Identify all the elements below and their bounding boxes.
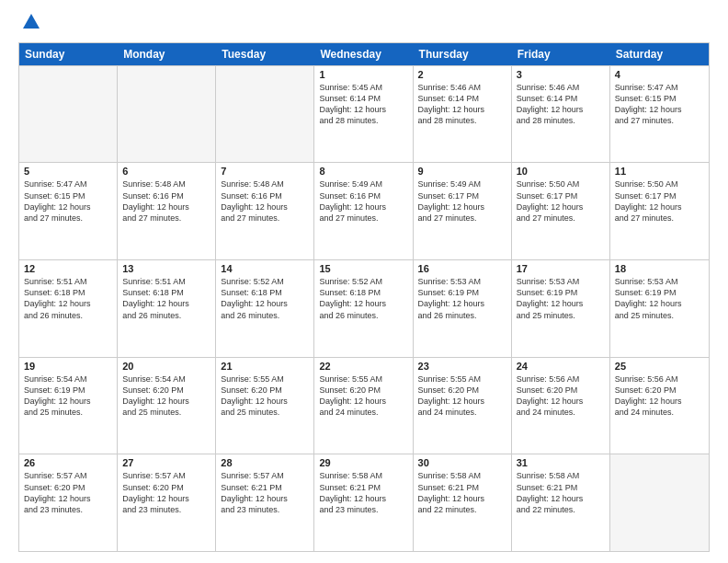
calendar-cell: 18Sunrise: 5:53 AM Sunset: 6:19 PM Dayli… <box>610 260 709 357</box>
day-info: Sunrise: 5:49 AM Sunset: 6:16 PM Dayligh… <box>319 178 407 224</box>
day-info: Sunrise: 5:47 AM Sunset: 6:15 PM Dayligh… <box>24 178 112 224</box>
day-number: 13 <box>122 263 210 274</box>
weekday-header: Friday <box>512 43 610 65</box>
weekday-header: Wednesday <box>314 43 413 65</box>
day-number: 21 <box>221 361 309 372</box>
calendar-cell: 31Sunrise: 5:58 AM Sunset: 6:21 PM Dayli… <box>512 454 610 551</box>
day-info: Sunrise: 5:46 AM Sunset: 6:14 PM Dayligh… <box>418 82 506 127</box>
day-number: 23 <box>418 361 506 372</box>
day-number: 31 <box>517 457 605 468</box>
weekday-header: Thursday <box>414 43 512 65</box>
calendar-cell: 9Sunrise: 5:49 AM Sunset: 6:17 PM Daylig… <box>414 163 512 259</box>
page: SundayMondayTuesdayWednesdayThursdayFrid… <box>0 0 728 563</box>
day-number: 3 <box>517 69 605 80</box>
day-info: Sunrise: 5:51 AM Sunset: 6:18 PM Dayligh… <box>24 276 112 321</box>
day-info: Sunrise: 5:48 AM Sunset: 6:16 PM Dayligh… <box>221 178 309 224</box>
calendar-row: 12Sunrise: 5:51 AM Sunset: 6:18 PM Dayli… <box>19 259 709 357</box>
calendar-cell: 6Sunrise: 5:48 AM Sunset: 6:16 PM Daylig… <box>118 163 216 259</box>
day-info: Sunrise: 5:55 AM Sunset: 6:20 PM Dayligh… <box>319 373 407 419</box>
calendar-cell: 15Sunrise: 5:52 AM Sunset: 6:18 PM Dayli… <box>314 260 413 357</box>
day-info: Sunrise: 5:57 AM Sunset: 6:20 PM Dayligh… <box>122 470 210 515</box>
calendar-cell: 23Sunrise: 5:55 AM Sunset: 6:20 PM Dayli… <box>414 358 512 454</box>
day-number: 20 <box>122 361 210 372</box>
day-number: 6 <box>122 166 210 177</box>
day-number: 27 <box>122 457 210 468</box>
calendar-cell: 14Sunrise: 5:52 AM Sunset: 6:18 PM Dayli… <box>216 260 314 357</box>
calendar-cell: 16Sunrise: 5:53 AM Sunset: 6:19 PM Dayli… <box>414 260 512 357</box>
day-number: 26 <box>24 457 112 468</box>
day-number: 14 <box>221 263 309 274</box>
calendar-cell: 5Sunrise: 5:47 AM Sunset: 6:15 PM Daylig… <box>19 163 118 259</box>
day-number: 8 <box>319 166 407 177</box>
calendar-cell: 2Sunrise: 5:46 AM Sunset: 6:14 PM Daylig… <box>414 66 512 163</box>
day-info: Sunrise: 5:50 AM Sunset: 6:17 PM Dayligh… <box>517 178 605 224</box>
day-number: 30 <box>418 457 506 468</box>
calendar-cell: 30Sunrise: 5:58 AM Sunset: 6:21 PM Dayli… <box>414 454 512 551</box>
day-number: 19 <box>24 361 112 372</box>
calendar-cell <box>118 66 216 163</box>
day-info: Sunrise: 5:54 AM Sunset: 6:20 PM Dayligh… <box>122 373 210 419</box>
day-number: 22 <box>319 361 407 372</box>
day-info: Sunrise: 5:55 AM Sunset: 6:20 PM Dayligh… <box>418 373 506 419</box>
day-info: Sunrise: 5:55 AM Sunset: 6:20 PM Dayligh… <box>221 373 309 419</box>
calendar-row: 5Sunrise: 5:47 AM Sunset: 6:15 PM Daylig… <box>19 162 709 259</box>
day-info: Sunrise: 5:54 AM Sunset: 6:19 PM Dayligh… <box>24 373 112 419</box>
calendar-cell: 17Sunrise: 5:53 AM Sunset: 6:19 PM Dayli… <box>512 260 610 357</box>
day-info: Sunrise: 5:48 AM Sunset: 6:16 PM Dayligh… <box>122 178 210 224</box>
day-info: Sunrise: 5:57 AM Sunset: 6:20 PM Dayligh… <box>24 470 112 515</box>
calendar-cell: 20Sunrise: 5:54 AM Sunset: 6:20 PM Dayli… <box>118 358 216 454</box>
logo <box>18 17 41 35</box>
logo-icon <box>21 12 41 32</box>
day-info: Sunrise: 5:58 AM Sunset: 6:21 PM Dayligh… <box>319 470 407 515</box>
calendar-cell: 26Sunrise: 5:57 AM Sunset: 6:20 PM Dayli… <box>19 454 118 551</box>
day-info: Sunrise: 5:51 AM Sunset: 6:18 PM Dayligh… <box>122 276 210 321</box>
weekday-header: Sunday <box>19 43 118 65</box>
day-info: Sunrise: 5:56 AM Sunset: 6:20 PM Dayligh… <box>517 373 605 419</box>
calendar-cell: 22Sunrise: 5:55 AM Sunset: 6:20 PM Dayli… <box>314 358 413 454</box>
day-info: Sunrise: 5:53 AM Sunset: 6:19 PM Dayligh… <box>418 276 506 321</box>
calendar-row: 26Sunrise: 5:57 AM Sunset: 6:20 PM Dayli… <box>19 454 709 551</box>
calendar-cell: 11Sunrise: 5:50 AM Sunset: 6:17 PM Dayli… <box>610 163 709 259</box>
day-number: 10 <box>517 166 605 177</box>
day-info: Sunrise: 5:56 AM Sunset: 6:20 PM Dayligh… <box>615 373 704 419</box>
day-info: Sunrise: 5:58 AM Sunset: 6:21 PM Dayligh… <box>517 470 605 515</box>
day-info: Sunrise: 5:49 AM Sunset: 6:17 PM Dayligh… <box>418 178 506 224</box>
day-info: Sunrise: 5:53 AM Sunset: 6:19 PM Dayligh… <box>517 276 605 321</box>
calendar-cell: 12Sunrise: 5:51 AM Sunset: 6:18 PM Dayli… <box>19 260 118 357</box>
weekday-header: Saturday <box>610 43 709 65</box>
header <box>18 17 710 35</box>
day-info: Sunrise: 5:52 AM Sunset: 6:18 PM Dayligh… <box>221 276 309 321</box>
day-number: 4 <box>615 69 704 80</box>
day-number: 9 <box>418 166 506 177</box>
day-info: Sunrise: 5:57 AM Sunset: 6:21 PM Dayligh… <box>221 470 309 515</box>
calendar-cell: 24Sunrise: 5:56 AM Sunset: 6:20 PM Dayli… <box>512 358 610 454</box>
day-info: Sunrise: 5:46 AM Sunset: 6:14 PM Dayligh… <box>517 82 605 127</box>
day-info: Sunrise: 5:58 AM Sunset: 6:21 PM Dayligh… <box>418 470 506 515</box>
day-number: 7 <box>221 166 309 177</box>
day-number: 5 <box>24 166 112 177</box>
day-number: 1 <box>319 69 407 80</box>
calendar-row: 19Sunrise: 5:54 AM Sunset: 6:19 PM Dayli… <box>19 357 709 454</box>
weekday-header: Monday <box>118 43 216 65</box>
calendar-cell: 13Sunrise: 5:51 AM Sunset: 6:18 PM Dayli… <box>118 260 216 357</box>
day-number: 18 <box>615 263 704 274</box>
calendar-header: SundayMondayTuesdayWednesdayThursdayFrid… <box>19 43 709 65</box>
calendar-cell <box>19 66 118 163</box>
calendar-row: 1Sunrise: 5:45 AM Sunset: 6:14 PM Daylig… <box>19 65 709 163</box>
calendar-cell: 19Sunrise: 5:54 AM Sunset: 6:19 PM Dayli… <box>19 358 118 454</box>
calendar-cell: 8Sunrise: 5:49 AM Sunset: 6:16 PM Daylig… <box>314 163 413 259</box>
calendar: SundayMondayTuesdayWednesdayThursdayFrid… <box>18 42 710 552</box>
calendar-cell <box>610 454 709 551</box>
day-number: 24 <box>517 361 605 372</box>
calendar-cell: 21Sunrise: 5:55 AM Sunset: 6:20 PM Dayli… <box>216 358 314 454</box>
calendar-cell: 3Sunrise: 5:46 AM Sunset: 6:14 PM Daylig… <box>512 66 610 163</box>
day-number: 15 <box>319 263 407 274</box>
calendar-cell: 1Sunrise: 5:45 AM Sunset: 6:14 PM Daylig… <box>314 66 413 163</box>
day-info: Sunrise: 5:53 AM Sunset: 6:19 PM Dayligh… <box>615 276 704 321</box>
calendar-cell: 25Sunrise: 5:56 AM Sunset: 6:20 PM Dayli… <box>610 358 709 454</box>
day-info: Sunrise: 5:45 AM Sunset: 6:14 PM Dayligh… <box>319 82 407 127</box>
weekday-header: Tuesday <box>216 43 314 65</box>
day-number: 2 <box>418 69 506 80</box>
day-number: 28 <box>221 457 309 468</box>
day-number: 29 <box>319 457 407 468</box>
